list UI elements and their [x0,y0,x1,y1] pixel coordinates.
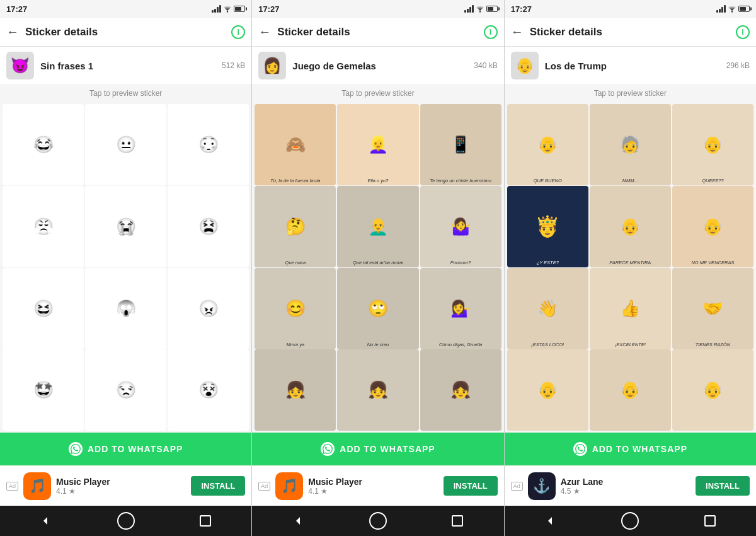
sticker-cell[interactable]: 🤴 ¿Y ESTE? [507,186,588,267]
back-nav-button[interactable] [539,510,562,532]
sticker-emoji-1: 🧓 MMM... [590,104,671,185]
sticker-cell[interactable]: 👴 NO ME VENCERAS [672,186,753,267]
sticker-cell[interactable]: 👴 [507,349,588,431]
back-nav-button[interactable] [287,510,310,532]
sticker-cell[interactable]: 🤩 [3,349,84,431]
app-bar: ← Sticker details i [0,18,251,47]
install-button[interactable]: INSTALL [696,476,750,496]
recents-nav-button[interactable] [446,510,469,532]
install-button[interactable]: INSTALL [191,476,245,496]
pack-size: 296 kB [726,61,750,70]
home-nav-icon [117,512,135,530]
sticker-cell[interactable]: 👴 [672,349,753,431]
whatsapp-icon [573,442,587,456]
sticker-cell[interactable]: 🙈 Tú, la de la fuerza bruta [255,104,336,185]
add-to-whatsapp-button[interactable]: ADD TO WHATSAPP [252,433,503,465]
home-nav-button[interactable] [367,510,389,532]
ad-info: Music Player 4.1 ★ [308,477,438,496]
ad-app-name: Music Player [56,477,186,487]
back-nav-icon [40,515,52,527]
ad-app-name: Azur Lane [561,477,690,487]
back-button[interactable]: ← [258,25,271,39]
whatsapp-icon [321,442,335,456]
sticker-label: PARECE MENTIRA [591,260,670,265]
sticker-cell[interactable]: 👴 [590,349,671,431]
sticker-label: Cómo digas, Gruella [421,342,500,347]
phone-1: 17:27 ← Sticker details [0,0,252,536]
sticker-cell[interactable]: 🤝 TIENES RAZÓN [672,268,753,349]
sticker-cell[interactable]: 😫 [168,186,249,267]
ad-banner: Ad 🎵 Music Player 4.1 ★ INSTALL [0,465,251,506]
sticker-cell[interactable]: 💁‍♀️ Cómo digas, Gruella [420,268,501,349]
back-button[interactable]: ← [6,25,19,39]
back-nav-button[interactable] [35,510,57,532]
sticker-label: MMM... [591,178,670,184]
sticker-grid[interactable]: 😂 😐 😳 [0,102,251,433]
sticker-emoji-11: 👴 [672,349,753,431]
home-nav-button[interactable] [619,510,641,532]
home-nav-icon [621,512,639,530]
sticker-cell[interactable]: 😐 [85,104,166,185]
sticker-cell[interactable]: 😱 [85,268,166,349]
sticker-cell[interactable]: 👴 PARECE MENTIRA [590,186,671,267]
sticker-label: Mmm ya [256,342,335,347]
sticker-cell[interactable]: 😭 [85,186,166,267]
nav-bar [505,506,756,536]
svg-point-2 [479,11,480,12]
sticker-cell[interactable]: 👧 [337,349,418,431]
sticker-cell[interactable]: 😤 [3,186,84,267]
sticker-cell[interactable]: 👧 [420,349,501,431]
sticker-cell[interactable]: 👍 ¡EXCELENTE! [590,268,671,349]
sticker-cell[interactable]: 🧓 MMM... [590,104,671,185]
sticker-emoji-8: 🤝 TIENES RAZÓN [672,268,753,349]
sticker-cell[interactable]: 👱‍♀️ Ella o yo? [337,104,418,185]
sticker-cell[interactable]: 😵 [168,349,249,431]
sticker-emoji-6: 😊 Mmm ya [255,268,336,349]
sticker-cell[interactable]: 👧 [255,349,336,431]
sticker-grid[interactable]: 👴 QUE BUENO 🧓 MMM... 👴 QUEEE?? [505,102,756,433]
bottom-section: ADD TO WHATSAPP Ad 🎵 Music Player 4.1 ★ … [0,433,251,506]
sticker-cell[interactable]: 👴 QUEEE?? [672,104,753,185]
info-button[interactable]: i [231,25,245,39]
info-button[interactable]: i [736,25,750,39]
sticker-emoji-0: 🙈 Tú, la de la fuerza bruta [255,104,336,185]
sticker-cell[interactable]: 👋 ¡ESTAS LOCO! [507,268,588,349]
sticker-cell[interactable]: 👨‍🦲 Que tal está ar'na moral [337,186,418,267]
signal-icon [464,5,474,13]
add-to-whatsapp-button[interactable]: ADD TO WHATSAPP [505,433,756,465]
svg-point-4 [731,11,733,12]
main-content: 17:27 ← Sticker details [0,0,756,536]
sticker-label: ¡EXCELENTE! [591,342,670,347]
status-icons [212,5,245,13]
back-button[interactable]: ← [511,25,524,39]
info-button[interactable]: i [484,25,498,39]
recents-nav-button[interactable] [699,510,721,532]
sticker-label: Te tengo un chiste buenísimo [421,178,500,184]
sticker-cell[interactable]: 👴 QUE BUENO [507,104,588,185]
sticker-cell[interactable]: 😳 [168,104,249,185]
sticker-cell[interactable]: 😊 Mmm ya [255,268,336,349]
sticker-cell[interactable]: 😂 [3,104,84,185]
sticker-cell[interactable]: 😒 [85,349,166,431]
ad-rating: 4.5 ★ [561,487,690,496]
sticker-grid[interactable]: 🙈 Tú, la de la fuerza bruta 👱‍♀️ Ella o … [252,102,503,433]
home-nav-button[interactable] [115,510,137,532]
sticker-emoji-3: 😤 [3,186,84,267]
sticker-cell[interactable]: 🤔 Que naca [255,186,336,267]
sticker-emoji-9: 🤩 [3,349,84,431]
install-button[interactable]: INSTALL [444,476,498,496]
sticker-cell[interactable]: 😆 [3,268,84,349]
add-to-whatsapp-button[interactable]: ADD TO WHATSAPP [0,433,251,465]
sticker-emoji-10: 😒 [85,349,166,431]
sticker-cell[interactable]: 🙄 No te creo [337,268,418,349]
sticker-cell[interactable]: 📱 Te tengo un chiste buenísimo [420,104,501,185]
sticker-cell[interactable]: 😠 [168,268,249,349]
recents-nav-button[interactable] [194,510,217,532]
ad-indicator: Ad [6,482,18,491]
sticker-label: Tú, la de la fuerza bruta [256,178,335,184]
sticker-emoji-3: 🤴 ¿Y ESTE? [507,186,588,267]
sticker-cell[interactable]: 🤷‍♀️ Pooooor? [420,186,501,267]
ad-info: Azur Lane 4.5 ★ [561,477,690,496]
ad-indicator: Ad [258,482,270,491]
ad-banner: Ad ⚓ Azur Lane 4.5 ★ INSTALL [505,465,756,506]
